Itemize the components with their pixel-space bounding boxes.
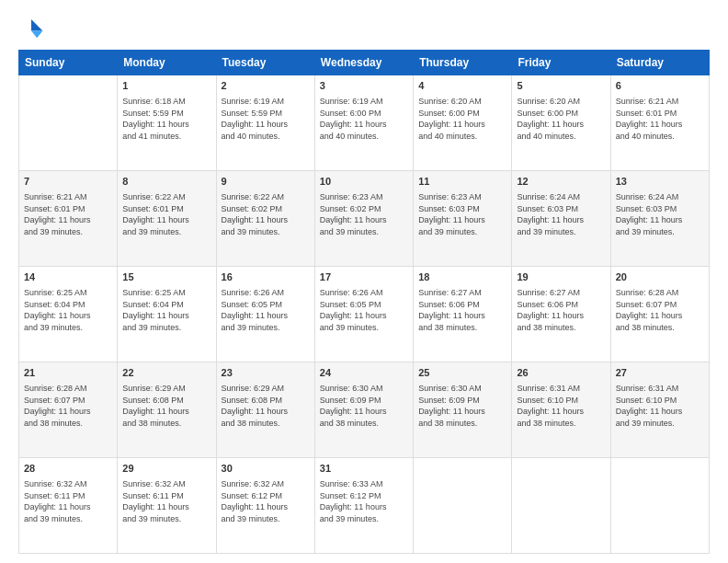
day-number: 22 xyxy=(122,366,210,381)
calendar-row-4: 28Sunrise: 6:32 AM Sunset: 6:11 PM Dayli… xyxy=(19,458,710,554)
weekday-friday: Friday xyxy=(512,51,610,75)
table-row: 29Sunrise: 6:32 AM Sunset: 6:11 PM Dayli… xyxy=(118,458,216,554)
table-row: 22Sunrise: 6:29 AM Sunset: 6:08 PM Dayli… xyxy=(118,362,216,458)
cell-info: Sunrise: 6:21 AM Sunset: 6:01 PM Dayligh… xyxy=(24,191,112,237)
cell-info: Sunrise: 6:30 AM Sunset: 6:09 PM Dayligh… xyxy=(320,383,408,429)
day-number: 2 xyxy=(222,79,310,94)
cell-info: Sunrise: 6:31 AM Sunset: 6:10 PM Dayligh… xyxy=(616,383,704,429)
table-row: 7Sunrise: 6:21 AM Sunset: 6:01 PM Daylig… xyxy=(19,171,118,267)
table-row: 30Sunrise: 6:32 AM Sunset: 6:12 PM Dayli… xyxy=(216,458,314,554)
day-number: 8 xyxy=(122,175,210,190)
day-number: 10 xyxy=(320,175,408,190)
table-row: 19Sunrise: 6:27 AM Sunset: 6:06 PM Dayli… xyxy=(512,267,610,362)
day-number: 23 xyxy=(222,366,310,381)
cell-info: Sunrise: 6:19 AM Sunset: 6:00 PM Dayligh… xyxy=(320,96,408,142)
table-row: 28Sunrise: 6:32 AM Sunset: 6:11 PM Dayli… xyxy=(19,458,118,554)
page: SundayMondayTuesdayWednesdayThursdayFrid… xyxy=(0,0,728,563)
weekday-monday: Monday xyxy=(118,51,216,75)
svg-marker-1 xyxy=(31,31,42,39)
table-row xyxy=(414,458,512,554)
cell-info: Sunrise: 6:29 AM Sunset: 6:08 PM Dayligh… xyxy=(222,383,310,429)
day-number: 20 xyxy=(616,270,704,285)
day-number: 28 xyxy=(24,462,112,477)
day-number: 31 xyxy=(320,462,408,477)
calendar-row-0: 1Sunrise: 6:18 AM Sunset: 5:59 PM Daylig… xyxy=(19,75,710,171)
table-row: 15Sunrise: 6:25 AM Sunset: 6:04 PM Dayli… xyxy=(118,267,216,362)
cell-info: Sunrise: 6:33 AM Sunset: 6:12 PM Dayligh… xyxy=(320,478,408,524)
weekday-saturday: Saturday xyxy=(610,51,709,75)
cell-info: Sunrise: 6:20 AM Sunset: 6:00 PM Dayligh… xyxy=(418,96,506,142)
table-row: 31Sunrise: 6:33 AM Sunset: 6:12 PM Dayli… xyxy=(314,458,413,554)
weekday-sunday: Sunday xyxy=(19,51,118,75)
cell-info: Sunrise: 6:20 AM Sunset: 6:00 PM Dayligh… xyxy=(517,96,605,142)
cell-info: Sunrise: 6:30 AM Sunset: 6:09 PM Dayligh… xyxy=(418,383,506,429)
calendar-body: 1Sunrise: 6:18 AM Sunset: 5:59 PM Daylig… xyxy=(19,75,710,554)
weekday-thursday: Thursday xyxy=(414,51,512,75)
day-number: 14 xyxy=(24,270,112,285)
calendar-row-2: 14Sunrise: 6:25 AM Sunset: 6:04 PM Dayli… xyxy=(19,267,710,362)
table-row xyxy=(610,458,709,554)
table-row: 3Sunrise: 6:19 AM Sunset: 6:00 PM Daylig… xyxy=(314,75,413,171)
day-number: 4 xyxy=(418,79,506,94)
day-number: 1 xyxy=(122,79,210,94)
logo xyxy=(18,17,48,42)
day-number: 24 xyxy=(320,366,408,381)
day-number: 17 xyxy=(320,270,408,285)
table-row: 25Sunrise: 6:30 AM Sunset: 6:09 PM Dayli… xyxy=(414,362,512,458)
weekday-header-row: SundayMondayTuesdayWednesdayThursdayFrid… xyxy=(19,51,710,75)
cell-info: Sunrise: 6:28 AM Sunset: 6:07 PM Dayligh… xyxy=(616,287,704,333)
day-number: 29 xyxy=(122,462,210,477)
day-number: 3 xyxy=(320,79,408,94)
calendar-header: SundayMondayTuesdayWednesdayThursdayFrid… xyxy=(19,51,710,75)
cell-info: Sunrise: 6:25 AM Sunset: 6:04 PM Dayligh… xyxy=(122,287,210,333)
table-row: 4Sunrise: 6:20 AM Sunset: 6:00 PM Daylig… xyxy=(414,75,512,171)
table-row: 24Sunrise: 6:30 AM Sunset: 6:09 PM Dayli… xyxy=(314,362,413,458)
table-row: 13Sunrise: 6:24 AM Sunset: 6:03 PM Dayli… xyxy=(610,171,709,267)
cell-info: Sunrise: 6:27 AM Sunset: 6:06 PM Dayligh… xyxy=(418,287,506,333)
cell-info: Sunrise: 6:19 AM Sunset: 5:59 PM Dayligh… xyxy=(222,96,310,142)
cell-info: Sunrise: 6:25 AM Sunset: 6:04 PM Dayligh… xyxy=(24,287,112,333)
day-number: 21 xyxy=(24,366,112,381)
table-row: 16Sunrise: 6:26 AM Sunset: 6:05 PM Dayli… xyxy=(216,267,314,362)
weekday-wednesday: Wednesday xyxy=(314,51,413,75)
day-number: 30 xyxy=(222,462,310,477)
table-row: 2Sunrise: 6:19 AM Sunset: 5:59 PM Daylig… xyxy=(216,75,314,171)
table-row: 17Sunrise: 6:26 AM Sunset: 6:05 PM Dayli… xyxy=(314,267,413,362)
day-number: 9 xyxy=(222,175,310,190)
table-row: 14Sunrise: 6:25 AM Sunset: 6:04 PM Dayli… xyxy=(19,267,118,362)
table-row: 26Sunrise: 6:31 AM Sunset: 6:10 PM Dayli… xyxy=(512,362,610,458)
day-number: 15 xyxy=(122,270,210,285)
table-row: 21Sunrise: 6:28 AM Sunset: 6:07 PM Dayli… xyxy=(19,362,118,458)
logo-icon xyxy=(18,17,44,42)
day-number: 7 xyxy=(24,175,112,190)
day-number: 11 xyxy=(418,175,506,190)
svg-marker-0 xyxy=(31,19,42,30)
calendar-row-1: 7Sunrise: 6:21 AM Sunset: 6:01 PM Daylig… xyxy=(19,171,710,267)
table-row: 8Sunrise: 6:22 AM Sunset: 6:01 PM Daylig… xyxy=(118,171,216,267)
cell-info: Sunrise: 6:32 AM Sunset: 6:11 PM Dayligh… xyxy=(122,478,210,524)
table-row: 5Sunrise: 6:20 AM Sunset: 6:00 PM Daylig… xyxy=(512,75,610,171)
table-row: 11Sunrise: 6:23 AM Sunset: 6:03 PM Dayli… xyxy=(414,171,512,267)
day-number: 18 xyxy=(418,270,506,285)
table-row xyxy=(512,458,610,554)
table-row xyxy=(19,75,118,171)
calendar-table: SundayMondayTuesdayWednesdayThursdayFrid… xyxy=(18,50,710,554)
table-row: 1Sunrise: 6:18 AM Sunset: 5:59 PM Daylig… xyxy=(118,75,216,171)
cell-info: Sunrise: 6:26 AM Sunset: 6:05 PM Dayligh… xyxy=(222,287,310,333)
day-number: 12 xyxy=(517,175,605,190)
cell-info: Sunrise: 6:22 AM Sunset: 6:02 PM Dayligh… xyxy=(222,191,310,237)
table-row: 18Sunrise: 6:27 AM Sunset: 6:06 PM Dayli… xyxy=(414,267,512,362)
cell-info: Sunrise: 6:31 AM Sunset: 6:10 PM Dayligh… xyxy=(517,383,605,429)
cell-info: Sunrise: 6:22 AM Sunset: 6:01 PM Dayligh… xyxy=(122,191,210,237)
day-number: 25 xyxy=(418,366,506,381)
table-row: 27Sunrise: 6:31 AM Sunset: 6:10 PM Dayli… xyxy=(610,362,709,458)
cell-info: Sunrise: 6:24 AM Sunset: 6:03 PM Dayligh… xyxy=(517,191,605,237)
cell-info: Sunrise: 6:18 AM Sunset: 5:59 PM Dayligh… xyxy=(122,96,210,142)
cell-info: Sunrise: 6:24 AM Sunset: 6:03 PM Dayligh… xyxy=(616,191,704,237)
calendar-row-3: 21Sunrise: 6:28 AM Sunset: 6:07 PM Dayli… xyxy=(19,362,710,458)
cell-info: Sunrise: 6:23 AM Sunset: 6:03 PM Dayligh… xyxy=(418,191,506,237)
table-row: 20Sunrise: 6:28 AM Sunset: 6:07 PM Dayli… xyxy=(610,267,709,362)
cell-info: Sunrise: 6:32 AM Sunset: 6:11 PM Dayligh… xyxy=(24,478,112,524)
table-row: 9Sunrise: 6:22 AM Sunset: 6:02 PM Daylig… xyxy=(216,171,314,267)
day-number: 16 xyxy=(222,270,310,285)
